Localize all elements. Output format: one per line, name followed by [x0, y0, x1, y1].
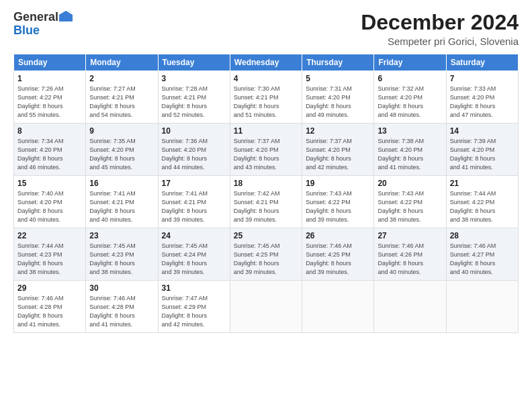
day-number: 15 [17, 179, 82, 188]
day-number: 23 [89, 231, 154, 240]
day-cell: 26Sunrise: 7:46 AMSunset: 4:25 PMDayligh… [302, 228, 374, 281]
day-number: 3 [162, 74, 226, 83]
day-number: 16 [89, 179, 154, 188]
day-info: Sunrise: 7:45 AMSunset: 4:25 PMDaylight:… [234, 242, 298, 277]
week-row-3: 15Sunrise: 7:40 AMSunset: 4:20 PMDayligh… [14, 176, 519, 228]
day-cell: 24Sunrise: 7:45 AMSunset: 4:24 PMDayligh… [158, 228, 230, 281]
day-cell: 5Sunrise: 7:31 AMSunset: 4:20 PMDaylight… [302, 71, 374, 124]
day-info: Sunrise: 7:40 AMSunset: 4:20 PMDaylight:… [17, 189, 82, 224]
week-row-1: 1Sunrise: 7:26 AMSunset: 4:22 PMDaylight… [14, 71, 519, 124]
week-row-2: 8Sunrise: 7:34 AMSunset: 4:20 PMDaylight… [14, 124, 519, 176]
day-info: Sunrise: 7:42 AMSunset: 4:21 PMDaylight:… [234, 189, 298, 224]
logo-blue-text: Blue [13, 24, 40, 37]
day-info: Sunrise: 7:37 AMSunset: 4:20 PMDaylight:… [306, 137, 370, 172]
day-cell: 8Sunrise: 7:34 AMSunset: 4:20 PMDaylight… [14, 124, 86, 176]
page: General Blue December 2024 Sempeter pri … [0, 0, 532, 411]
day-cell: 1Sunrise: 7:26 AMSunset: 4:22 PMDaylight… [14, 71, 86, 124]
day-number: 21 [450, 179, 515, 188]
day-info: Sunrise: 7:37 AMSunset: 4:20 PMDaylight:… [234, 137, 298, 172]
day-number: 8 [17, 126, 82, 136]
day-cell: 28Sunrise: 7:46 AMSunset: 4:27 PMDayligh… [446, 228, 518, 281]
day-cell [302, 281, 374, 333]
day-info: Sunrise: 7:46 AMSunset: 4:28 PMDaylight:… [89, 294, 154, 329]
day-number: 25 [234, 231, 298, 240]
day-number: 31 [162, 283, 226, 293]
day-info: Sunrise: 7:26 AMSunset: 4:22 PMDaylight:… [17, 85, 82, 120]
day-info: Sunrise: 7:46 AMSunset: 4:25 PMDaylight:… [306, 242, 370, 277]
day-cell: 10Sunrise: 7:36 AMSunset: 4:20 PMDayligh… [158, 124, 230, 176]
day-number: 28 [450, 231, 515, 240]
day-number: 22 [17, 231, 82, 240]
title-block: December 2024 Sempeter pri Gorici, Slove… [361, 11, 519, 47]
day-cell: 3Sunrise: 7:28 AMSunset: 4:21 PMDaylight… [158, 71, 230, 124]
col-header-sunday: Sunday [14, 54, 86, 71]
day-info: Sunrise: 7:32 AMSunset: 4:20 PMDaylight:… [378, 85, 442, 120]
day-info: Sunrise: 7:47 AMSunset: 4:29 PMDaylight:… [162, 294, 226, 329]
day-info: Sunrise: 7:43 AMSunset: 4:22 PMDaylight:… [306, 189, 370, 224]
col-header-friday: Friday [374, 54, 446, 71]
day-cell: 27Sunrise: 7:46 AMSunset: 4:26 PMDayligh… [374, 228, 446, 281]
day-cell: 11Sunrise: 7:37 AMSunset: 4:20 PMDayligh… [230, 124, 302, 176]
day-cell: 29Sunrise: 7:46 AMSunset: 4:28 PMDayligh… [14, 281, 86, 333]
day-cell: 9Sunrise: 7:35 AMSunset: 4:20 PMDaylight… [86, 124, 158, 176]
logo-icon [59, 9, 73, 23]
day-number: 18 [234, 179, 298, 188]
day-cell: 23Sunrise: 7:45 AMSunset: 4:23 PMDayligh… [86, 228, 158, 281]
day-cell: 25Sunrise: 7:45 AMSunset: 4:25 PMDayligh… [230, 228, 302, 281]
day-cell: 30Sunrise: 7:46 AMSunset: 4:28 PMDayligh… [86, 281, 158, 333]
day-cell: 12Sunrise: 7:37 AMSunset: 4:20 PMDayligh… [302, 124, 374, 176]
day-info: Sunrise: 7:41 AMSunset: 4:21 PMDaylight:… [89, 189, 154, 224]
day-number: 4 [234, 74, 298, 83]
day-cell: 20Sunrise: 7:43 AMSunset: 4:22 PMDayligh… [374, 176, 446, 228]
day-info: Sunrise: 7:46 AMSunset: 4:28 PMDaylight:… [17, 294, 82, 329]
day-info: Sunrise: 7:28 AMSunset: 4:21 PMDaylight:… [162, 85, 226, 120]
day-cell: 14Sunrise: 7:39 AMSunset: 4:20 PMDayligh… [446, 124, 518, 176]
day-info: Sunrise: 7:45 AMSunset: 4:24 PMDaylight:… [162, 242, 226, 277]
day-info: Sunrise: 7:43 AMSunset: 4:22 PMDaylight:… [378, 189, 442, 224]
day-cell [230, 281, 302, 333]
day-number: 14 [450, 126, 515, 136]
col-header-saturday: Saturday [446, 54, 518, 71]
col-header-monday: Monday [86, 54, 158, 71]
day-number: 7 [450, 74, 515, 83]
week-row-5: 29Sunrise: 7:46 AMSunset: 4:28 PMDayligh… [14, 281, 519, 333]
col-header-thursday: Thursday [302, 54, 374, 71]
day-cell [374, 281, 446, 333]
day-number: 24 [162, 231, 226, 240]
day-cell: 31Sunrise: 7:47 AMSunset: 4:29 PMDayligh… [158, 281, 230, 333]
day-cell [446, 281, 518, 333]
day-number: 19 [306, 179, 370, 188]
day-cell: 19Sunrise: 7:43 AMSunset: 4:22 PMDayligh… [302, 176, 374, 228]
calendar-header-row: SundayMondayTuesdayWednesdayThursdayFrid… [14, 54, 519, 71]
day-info: Sunrise: 7:27 AMSunset: 4:21 PMDaylight:… [89, 85, 154, 120]
calendar-table: SundayMondayTuesdayWednesdayThursdayFrid… [13, 54, 519, 333]
day-cell: 17Sunrise: 7:41 AMSunset: 4:21 PMDayligh… [158, 176, 230, 228]
day-info: Sunrise: 7:45 AMSunset: 4:23 PMDaylight:… [89, 242, 154, 277]
day-info: Sunrise: 7:33 AMSunset: 4:20 PMDaylight:… [450, 85, 515, 120]
day-cell: 16Sunrise: 7:41 AMSunset: 4:21 PMDayligh… [86, 176, 158, 228]
day-info: Sunrise: 7:34 AMSunset: 4:20 PMDaylight:… [17, 137, 82, 172]
day-info: Sunrise: 7:44 AMSunset: 4:23 PMDaylight:… [17, 242, 82, 277]
day-info: Sunrise: 7:35 AMSunset: 4:20 PMDaylight:… [89, 137, 154, 172]
day-cell: 13Sunrise: 7:38 AMSunset: 4:20 PMDayligh… [374, 124, 446, 176]
day-cell: 4Sunrise: 7:30 AMSunset: 4:21 PMDaylight… [230, 71, 302, 124]
day-cell: 7Sunrise: 7:33 AMSunset: 4:20 PMDaylight… [446, 71, 518, 124]
day-number: 12 [306, 126, 370, 136]
day-number: 9 [89, 126, 154, 136]
day-number: 10 [162, 126, 226, 136]
day-number: 30 [89, 283, 154, 293]
day-number: 2 [89, 74, 154, 83]
day-number: 29 [17, 283, 82, 293]
day-cell: 2Sunrise: 7:27 AMSunset: 4:21 PMDaylight… [86, 71, 158, 124]
day-number: 1 [17, 74, 82, 83]
day-cell: 18Sunrise: 7:42 AMSunset: 4:21 PMDayligh… [230, 176, 302, 228]
day-number: 6 [378, 74, 442, 83]
day-info: Sunrise: 7:31 AMSunset: 4:20 PMDaylight:… [306, 85, 370, 120]
day-info: Sunrise: 7:41 AMSunset: 4:21 PMDaylight:… [162, 189, 226, 224]
day-info: Sunrise: 7:46 AMSunset: 4:27 PMDaylight:… [450, 242, 515, 277]
day-number: 17 [162, 179, 226, 188]
col-header-wednesday: Wednesday [230, 54, 302, 71]
day-cell: 15Sunrise: 7:40 AMSunset: 4:20 PMDayligh… [14, 176, 86, 228]
day-info: Sunrise: 7:30 AMSunset: 4:21 PMDaylight:… [234, 85, 298, 120]
header: General Blue December 2024 Sempeter pri … [13, 11, 519, 47]
